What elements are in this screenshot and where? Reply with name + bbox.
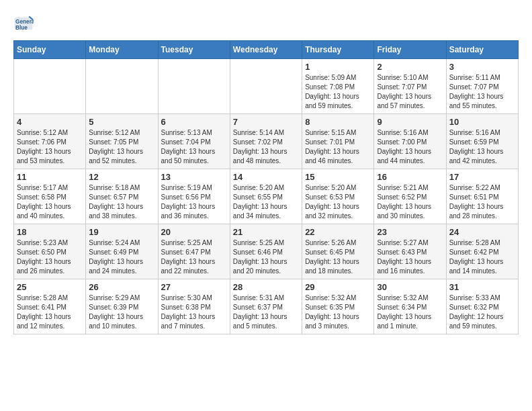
day-number: 13 xyxy=(161,172,227,182)
calendar-cell: 27Sunrise: 5:30 AM Sunset: 6:38 PM Dayli… xyxy=(158,279,230,334)
day-number: 4 xyxy=(17,117,83,127)
day-number: 5 xyxy=(89,117,154,127)
day-of-week-header: Monday xyxy=(86,41,158,59)
day-number: 30 xyxy=(377,282,443,292)
calendar-cell: 18Sunrise: 5:23 AM Sunset: 6:50 PM Dayli… xyxy=(14,224,86,279)
day-number: 21 xyxy=(233,227,299,237)
logo-icon: General Blue xyxy=(13,13,34,34)
calendar-cell: 1Sunrise: 5:09 AM Sunset: 7:08 PM Daylig… xyxy=(302,59,374,114)
day-info: Sunrise: 5:09 AM Sunset: 7:08 PM Dayligh… xyxy=(305,73,371,111)
calendar-cell: 6Sunrise: 5:13 AM Sunset: 7:04 PM Daylig… xyxy=(158,114,230,169)
day-number: 10 xyxy=(449,117,515,127)
day-number: 11 xyxy=(17,172,83,182)
day-info: Sunrise: 5:26 AM Sunset: 6:45 PM Dayligh… xyxy=(305,238,371,276)
day-number: 31 xyxy=(449,282,515,292)
calendar-cell: 4Sunrise: 5:12 AM Sunset: 7:06 PM Daylig… xyxy=(14,114,86,169)
day-number: 20 xyxy=(161,227,227,237)
calendar-header-row: SundayMondayTuesdayWednesdayThursdayFrid… xyxy=(14,41,519,59)
day-info: Sunrise: 5:12 AM Sunset: 7:05 PM Dayligh… xyxy=(89,128,154,166)
calendar-cell: 7Sunrise: 5:14 AM Sunset: 7:02 PM Daylig… xyxy=(230,114,302,169)
day-number: 2 xyxy=(377,62,443,72)
calendar-cell: 10Sunrise: 5:16 AM Sunset: 6:59 PM Dayli… xyxy=(446,114,518,169)
day-number: 29 xyxy=(305,282,371,292)
day-number: 28 xyxy=(233,282,299,292)
day-info: Sunrise: 5:23 AM Sunset: 6:50 PM Dayligh… xyxy=(17,238,83,276)
day-of-week-header: Sunday xyxy=(14,41,86,59)
calendar-week-row: 4Sunrise: 5:12 AM Sunset: 7:06 PM Daylig… xyxy=(14,114,519,169)
calendar-cell: 2Sunrise: 5:10 AM Sunset: 7:07 PM Daylig… xyxy=(374,59,446,114)
calendar-cell: 23Sunrise: 5:27 AM Sunset: 6:43 PM Dayli… xyxy=(374,224,446,279)
day-info: Sunrise: 5:13 AM Sunset: 7:04 PM Dayligh… xyxy=(161,128,227,166)
day-number: 17 xyxy=(449,172,515,182)
calendar-cell: 30Sunrise: 5:32 AM Sunset: 6:34 PM Dayli… xyxy=(374,279,446,334)
day-number: 18 xyxy=(17,227,83,237)
day-number: 1 xyxy=(305,62,371,72)
calendar-cell: 28Sunrise: 5:31 AM Sunset: 6:37 PM Dayli… xyxy=(230,279,302,334)
day-info: Sunrise: 5:18 AM Sunset: 6:57 PM Dayligh… xyxy=(89,183,154,221)
calendar-cell: 22Sunrise: 5:26 AM Sunset: 6:45 PM Dayli… xyxy=(302,224,374,279)
calendar-cell: 25Sunrise: 5:28 AM Sunset: 6:41 PM Dayli… xyxy=(14,279,86,334)
day-info: Sunrise: 5:11 AM Sunset: 7:07 PM Dayligh… xyxy=(449,73,515,111)
calendar-cell: 16Sunrise: 5:21 AM Sunset: 6:52 PM Dayli… xyxy=(374,169,446,224)
day-info: Sunrise: 5:16 AM Sunset: 7:00 PM Dayligh… xyxy=(377,128,443,166)
calendar-cell: 9Sunrise: 5:16 AM Sunset: 7:00 PM Daylig… xyxy=(374,114,446,169)
day-info: Sunrise: 5:15 AM Sunset: 7:01 PM Dayligh… xyxy=(305,128,371,166)
day-number: 23 xyxy=(377,227,443,237)
day-info: Sunrise: 5:27 AM Sunset: 6:43 PM Dayligh… xyxy=(377,238,443,276)
day-info: Sunrise: 5:22 AM Sunset: 6:51 PM Dayligh… xyxy=(449,183,515,221)
calendar-cell: 31Sunrise: 5:33 AM Sunset: 6:32 PM Dayli… xyxy=(446,279,518,334)
day-number: 25 xyxy=(17,282,83,292)
calendar-cell: 24Sunrise: 5:28 AM Sunset: 6:42 PM Dayli… xyxy=(446,224,518,279)
page-header: General Blue xyxy=(13,13,519,34)
calendar-cell xyxy=(158,59,230,114)
day-info: Sunrise: 5:12 AM Sunset: 7:06 PM Dayligh… xyxy=(17,128,83,166)
day-number: 27 xyxy=(161,282,227,292)
day-info: Sunrise: 5:32 AM Sunset: 6:34 PM Dayligh… xyxy=(377,293,443,331)
day-info: Sunrise: 5:28 AM Sunset: 6:42 PM Dayligh… xyxy=(449,238,515,276)
day-info: Sunrise: 5:25 AM Sunset: 6:46 PM Dayligh… xyxy=(233,238,299,276)
day-info: Sunrise: 5:24 AM Sunset: 6:49 PM Dayligh… xyxy=(89,238,154,276)
calendar-cell xyxy=(230,59,302,114)
day-of-week-header: Saturday xyxy=(446,41,518,59)
day-info: Sunrise: 5:30 AM Sunset: 6:38 PM Dayligh… xyxy=(161,293,227,331)
calendar-cell: 26Sunrise: 5:29 AM Sunset: 6:39 PM Dayli… xyxy=(86,279,158,334)
svg-text:Blue: Blue xyxy=(15,25,28,31)
logo: General Blue xyxy=(13,13,36,34)
calendar-cell: 20Sunrise: 5:25 AM Sunset: 6:47 PM Dayli… xyxy=(158,224,230,279)
calendar-cell: 13Sunrise: 5:19 AM Sunset: 6:56 PM Dayli… xyxy=(158,169,230,224)
calendar-table: SundayMondayTuesdayWednesdayThursdayFrid… xyxy=(13,40,519,334)
calendar-cell: 21Sunrise: 5:25 AM Sunset: 6:46 PM Dayli… xyxy=(230,224,302,279)
day-number: 19 xyxy=(89,227,154,237)
day-number: 8 xyxy=(305,117,371,127)
calendar-cell xyxy=(14,59,86,114)
svg-text:General: General xyxy=(15,19,34,25)
day-info: Sunrise: 5:33 AM Sunset: 6:32 PM Dayligh… xyxy=(449,293,515,331)
calendar-cell: 29Sunrise: 5:32 AM Sunset: 6:35 PM Dayli… xyxy=(302,279,374,334)
day-info: Sunrise: 5:29 AM Sunset: 6:39 PM Dayligh… xyxy=(89,293,154,331)
calendar-cell: 17Sunrise: 5:22 AM Sunset: 6:51 PM Dayli… xyxy=(446,169,518,224)
calendar-week-row: 25Sunrise: 5:28 AM Sunset: 6:41 PM Dayli… xyxy=(14,279,519,334)
calendar-week-row: 18Sunrise: 5:23 AM Sunset: 6:50 PM Dayli… xyxy=(14,224,519,279)
day-of-week-header: Wednesday xyxy=(230,41,302,59)
day-info: Sunrise: 5:16 AM Sunset: 6:59 PM Dayligh… xyxy=(449,128,515,166)
day-info: Sunrise: 5:19 AM Sunset: 6:56 PM Dayligh… xyxy=(161,183,227,221)
day-info: Sunrise: 5:25 AM Sunset: 6:47 PM Dayligh… xyxy=(161,238,227,276)
day-number: 24 xyxy=(449,227,515,237)
day-number: 3 xyxy=(449,62,515,72)
day-number: 14 xyxy=(233,172,299,182)
calendar-week-row: 11Sunrise: 5:17 AM Sunset: 6:58 PM Dayli… xyxy=(14,169,519,224)
calendar-week-row: 1Sunrise: 5:09 AM Sunset: 7:08 PM Daylig… xyxy=(14,59,519,114)
day-info: Sunrise: 5:20 AM Sunset: 6:53 PM Dayligh… xyxy=(305,183,371,221)
day-info: Sunrise: 5:31 AM Sunset: 6:37 PM Dayligh… xyxy=(233,293,299,331)
day-info: Sunrise: 5:20 AM Sunset: 6:55 PM Dayligh… xyxy=(233,183,299,221)
day-info: Sunrise: 5:32 AM Sunset: 6:35 PM Dayligh… xyxy=(305,293,371,331)
day-number: 9 xyxy=(377,117,443,127)
calendar-cell: 12Sunrise: 5:18 AM Sunset: 6:57 PM Dayli… xyxy=(86,169,158,224)
day-number: 6 xyxy=(161,117,227,127)
day-number: 16 xyxy=(377,172,443,182)
calendar-cell: 19Sunrise: 5:24 AM Sunset: 6:49 PM Dayli… xyxy=(86,224,158,279)
day-info: Sunrise: 5:17 AM Sunset: 6:58 PM Dayligh… xyxy=(17,183,83,221)
day-number: 15 xyxy=(305,172,371,182)
calendar-cell: 5Sunrise: 5:12 AM Sunset: 7:05 PM Daylig… xyxy=(86,114,158,169)
day-number: 12 xyxy=(89,172,154,182)
